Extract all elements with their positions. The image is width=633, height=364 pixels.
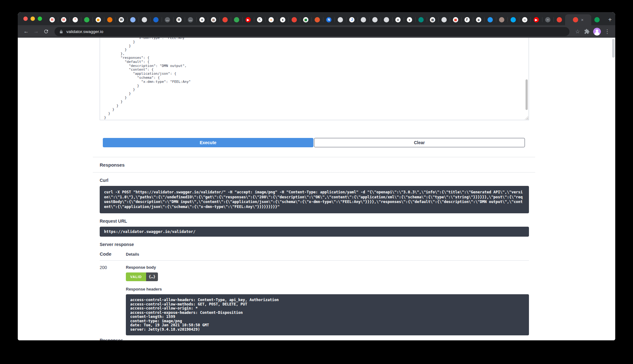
- tab-favicon: ▶: [534, 17, 539, 22]
- curl-command[interactable]: curl -X POST "https://validator.swagger.…: [100, 186, 529, 213]
- browser-tab[interactable]: –: [542, 14, 554, 25]
- browser-tab[interactable]: [358, 14, 369, 25]
- browser-tab[interactable]: [381, 14, 392, 25]
- browser-tab[interactable]: ∞: [519, 14, 531, 25]
- code-column-header: Code: [100, 251, 126, 257]
- tab-favicon: [594, 17, 600, 22]
- responses-section: Responses Curl curl -X POST "https://val…: [93, 157, 535, 340]
- tab-favicon: [315, 17, 320, 22]
- browser-tab[interactable]: [219, 14, 231, 25]
- browser-tab[interactable]: ●: [196, 14, 208, 25]
- bookmark-star-icon[interactable]: ☆: [573, 27, 582, 36]
- browser-tab[interactable]: N: [323, 14, 335, 25]
- browser-tab[interactable]: [288, 14, 300, 25]
- browser-tab[interactable]: [554, 14, 565, 25]
- browser-tab[interactable]: …: [162, 14, 173, 25]
- page-scrollbar-thumb[interactable]: [612, 39, 615, 58]
- forward-button[interactable]: →: [31, 27, 41, 36]
- browser-tab[interactable]: J: [346, 14, 358, 25]
- browser-tab[interactable]: [150, 14, 162, 25]
- browser-tab[interactable]: ◈: [473, 14, 484, 25]
- browser-tab[interactable]: ▣: [427, 14, 438, 25]
- execute-wrapper: Execute Clear: [103, 138, 525, 147]
- browser-tab[interactable]: [415, 14, 427, 25]
- tab-close-icon[interactable]: ×: [581, 18, 583, 22]
- tab-favicon: ▦: [303, 17, 308, 22]
- browser-tab[interactable]: ▶: [242, 14, 254, 25]
- browser-tab[interactable]: [104, 14, 116, 25]
- browser-tab[interactable]: [231, 14, 242, 25]
- tab-favicon: ●: [269, 17, 274, 22]
- tab-favicon: W: [119, 17, 124, 22]
- browser-tab[interactable]: [139, 14, 150, 25]
- tab-favicon: ▣: [430, 17, 435, 22]
- avatar-icon: [593, 28, 601, 35]
- extensions-puzzle-icon[interactable]: [583, 27, 591, 36]
- tab-favicon: M: [61, 17, 66, 22]
- browser-tab[interactable]: [369, 14, 381, 25]
- request-body-editor[interactable]: "x-dmn-type": "FEEL:Any" } } } }, "respo…: [100, 38, 529, 120]
- traffic-light-button[interactable]: [23, 17, 28, 21]
- browser-tab[interactable]: K: [254, 14, 265, 25]
- active-tab[interactable]: ×: [565, 14, 591, 25]
- browser-tab[interactable]: [312, 14, 323, 25]
- browser-tab[interactable]: ▦: [93, 14, 104, 25]
- reload-button[interactable]: [41, 27, 51, 36]
- browser-tab[interactable]: [507, 14, 519, 25]
- browser-tab[interactable]: W: [116, 14, 127, 25]
- new-tab-button[interactable]: +: [605, 15, 615, 24]
- tab-strip: M M * ▦ W: [18, 12, 615, 25]
- browser-tab[interactable]: ●: [392, 14, 404, 25]
- clear-button[interactable]: Clear: [314, 138, 525, 147]
- browser-tab[interactable]: …: [185, 14, 196, 25]
- response-table-header: Code Details: [100, 251, 529, 261]
- editor-scrollbar-thumb[interactable]: [526, 79, 528, 110]
- request-body-json[interactable]: "x-dmn-type": "FEEL:Any" } } } }, "respo…: [100, 38, 529, 120]
- tab-favicon: [130, 17, 136, 22]
- browser-tab[interactable]: [438, 14, 450, 25]
- browser-tab[interactable]: [496, 14, 507, 25]
- browser-tab[interactable]: [127, 14, 139, 25]
- tab-favicon: ◈: [476, 17, 481, 22]
- back-button[interactable]: ←: [21, 27, 31, 36]
- browser-tab[interactable]: *: [69, 14, 81, 25]
- tab-favicon: J: [349, 17, 355, 22]
- browser-tab[interactable]: ●: [277, 14, 288, 25]
- responses-header: Responses: [93, 157, 535, 173]
- traffic-light-button[interactable]: [38, 17, 42, 21]
- puzzle-icon: [584, 29, 590, 34]
- browser-tab[interactable]: ▦: [208, 14, 219, 25]
- tab-favicon: ●: [407, 17, 412, 22]
- browser-tab[interactable]: [81, 14, 93, 25]
- window-controls[interactable]: [22, 12, 46, 25]
- lock-icon: [59, 30, 63, 34]
- tab-favicon: ∞: [522, 17, 527, 22]
- responses-title: Responses: [100, 162, 125, 168]
- browser-tab[interactable]: ●: [404, 14, 415, 25]
- browser-tab[interactable]: M: [58, 14, 69, 25]
- profile-avatar[interactable]: [593, 28, 601, 35]
- tab-favicon: [234, 17, 239, 22]
- browser-tab[interactable]: [484, 14, 496, 25]
- screen: M M * ▦ W: [0, 0, 633, 364]
- browser-menu-kebab-icon[interactable]: ⋮: [603, 27, 612, 36]
- browser-tab[interactable]: ▦: [300, 14, 312, 25]
- browser-tab[interactable]: ●: [265, 14, 277, 25]
- execute-button[interactable]: Execute: [103, 138, 313, 147]
- tab-favicon: [511, 17, 516, 22]
- browser-tab[interactable]: ▶: [531, 14, 542, 25]
- address-bar[interactable]: validator.swagger.io: [55, 27, 569, 36]
- tab-favicon: *: [73, 17, 78, 22]
- tab-favicon: ●: [280, 17, 285, 22]
- tab-favicon: –: [545, 17, 550, 22]
- browser-tab[interactable]: [335, 14, 346, 25]
- browser-tab[interactable]: [591, 14, 603, 25]
- browser-tab[interactable]: F: [461, 14, 473, 25]
- traffic-light-button[interactable]: [31, 17, 35, 21]
- browser-tab[interactable]: ▦: [450, 14, 461, 25]
- editor-resize-handle[interactable]: [524, 116, 528, 120]
- browser-tab[interactable]: M: [46, 14, 58, 25]
- browser-tab[interactable]: M: [173, 14, 185, 25]
- tab-favicon: [384, 17, 389, 22]
- tab-favicon: M: [50, 17, 55, 22]
